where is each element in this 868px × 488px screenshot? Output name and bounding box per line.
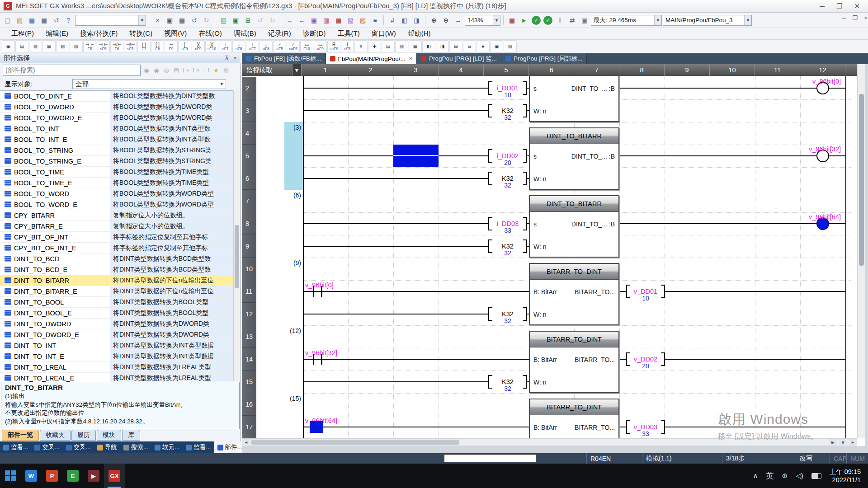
dock-tab-部件...[interactable]: 部件... xyxy=(214,441,245,453)
monitor-mode-cell[interactable]: 监视读取 xyxy=(242,64,292,76)
cross-reference-icon[interactable]: ≡ xyxy=(369,14,381,26)
close-button[interactable]: ✕ xyxy=(854,2,860,10)
statement-display-icon[interactable]: ▥ xyxy=(395,40,408,53)
statement-icon[interactable]: ≡ xyxy=(354,40,368,53)
taskbar-app-4[interactable]: ▶ xyxy=(83,464,104,488)
note-icon[interactable]: ✚ xyxy=(368,40,381,53)
menu-item-帮助[interactable]: 帮助(H) xyxy=(402,28,437,39)
redo-gray-icon[interactable]: ↻ xyxy=(267,14,278,26)
list-item[interactable]: DINT_TO_BCD_E将DINT类型数据转换为BCD类型数 xyxy=(0,264,233,275)
tray-chevron-icon[interactable]: ∧ xyxy=(753,472,758,480)
monitor-status-ok2-icon[interactable]: ✓ xyxy=(543,16,552,25)
horizontal-scrollbar[interactable]: ◄ ▶ ■ ► xyxy=(242,438,857,446)
context-combo[interactable]: MAIN/ProgPou/FbPou_3▼ xyxy=(663,15,752,26)
list-item[interactable]: BOOL_TO_WORD将BOOL类型数据转换为WORD类型 xyxy=(0,188,233,199)
list-item[interactable]: BOOL_TO_DWORD_E将BOOL类型数据转换为DWORD类 xyxy=(0,113,233,123)
fb-file-icon[interactable]: ▨ xyxy=(70,40,83,53)
simulation-start-icon[interactable]: ► xyxy=(519,14,530,26)
dock-tab-交叉...[interactable]: 交叉... xyxy=(31,441,62,453)
menu-item-调试[interactable]: 调试(B) xyxy=(228,28,262,39)
ime-indicator[interactable]: 英 xyxy=(766,471,774,481)
program-body-icon[interactable]: ▥ xyxy=(29,40,42,53)
display-format-icon[interactable]: ◧ xyxy=(422,40,435,53)
monitor-window-icon[interactable]: ▣ xyxy=(230,14,241,26)
note-display-icon[interactable]: ▦ xyxy=(409,40,422,53)
vertical-scrollbar[interactable] xyxy=(857,64,865,438)
undo-gray-icon[interactable]: ↺ xyxy=(255,14,266,26)
favorite-star-icon[interactable]: ★ xyxy=(212,66,221,75)
branch-icon[interactable]: ▭F10 xyxy=(300,40,313,53)
scroll-left-icon[interactable]: ◄ xyxy=(242,439,250,445)
network-icon[interactable]: ⊕ xyxy=(782,472,788,480)
comment-display-icon[interactable]: ▤ xyxy=(382,40,395,53)
fb-block-BITARR_TO_DINT[interactable]: BITARR_TO_DINTB: BitArrW: nBITARR_TO... xyxy=(529,331,619,393)
list-item[interactable]: DINT_TO_LREAL将DINT类型数据转换为LREAL类型 xyxy=(0,362,233,373)
list-item[interactable]: DINT_TO_BITARR将DINT类型数据的下位n位输出至位 xyxy=(0,275,233,286)
menu-item-记录[interactable]: 记录(R) xyxy=(262,28,297,39)
battery-icon[interactable] xyxy=(811,473,821,479)
row-header-11[interactable]: 11 xyxy=(242,280,256,303)
dock-tab-交叉...[interactable]: 交叉... xyxy=(63,441,94,453)
menu-item-转换[interactable]: 转换(C) xyxy=(123,28,158,39)
editor-tab[interactable]: FbPou(MAIN/ProgPou/...× xyxy=(326,53,417,64)
row-header-7[interactable]: 7 xyxy=(242,190,256,212)
device-memory-icon[interactable]: ▦ xyxy=(42,40,56,53)
contact-on-state[interactable] xyxy=(310,421,323,433)
window-split-icon[interactable]: ◧ xyxy=(399,14,410,26)
fb-block-BITARR_TO_DINT[interactable]: BITARR_TO_DINTB: BitArrW: nBITARR_TO... xyxy=(529,263,619,325)
display-target-combo[interactable]: 全部▼ xyxy=(72,79,226,89)
window-icon[interactable]: ❒ xyxy=(202,66,211,75)
editor-tab[interactable]: ProgPou [PRG] [LD] 监... xyxy=(417,53,501,64)
pin-icon[interactable]: ⊼ xyxy=(225,55,229,61)
selected-cell[interactable] xyxy=(393,145,439,167)
list-item[interactable]: BOOL_TO_TIME将BOOL类型数据转换为TIME类型 xyxy=(0,167,233,178)
device-test-icon[interactable]: ⊞ xyxy=(242,14,254,26)
list-item[interactable]: BOOL_TO_DINT_E将BOOL类型数据转换为DINT类型数 xyxy=(0,91,233,102)
zoom-fit-icon[interactable]: ↔ xyxy=(453,14,464,26)
contact[interactable] xyxy=(313,286,314,297)
panel-tab-履历[interactable]: 履历 xyxy=(71,430,96,441)
monitor-dropdown-icon[interactable]: ▾ xyxy=(292,64,302,76)
monitor-pause-icon[interactable]: ‖ xyxy=(554,14,566,26)
row-header-5[interactable]: 5 xyxy=(242,145,256,167)
cut-icon[interactable]: × xyxy=(152,14,163,26)
pulse-conversion-icon[interactable]: ∕caF5 xyxy=(287,40,300,53)
rule-line-icon[interactable]: RsaF9 xyxy=(327,40,340,53)
read-from-plc-icon[interactable]: ← xyxy=(296,14,307,26)
taskbar-app-3[interactable]: E xyxy=(62,464,83,488)
nav-stop-icon[interactable]: ■ xyxy=(839,439,847,445)
zoom-in-icon[interactable]: ⊕ xyxy=(428,14,439,26)
row-header-12[interactable]: 12 xyxy=(242,303,256,325)
parallel-closed-contact-icon[interactable]: ⊣/⊢sF6 xyxy=(124,40,137,53)
inline-st-icon[interactable]: IcF5 xyxy=(341,40,354,53)
window-cascade-icon[interactable]: ◨ xyxy=(411,14,422,26)
monitor-transfer-icon[interactable]: ⇄ xyxy=(566,14,578,26)
save-project-icon[interactable]: ▤ xyxy=(26,14,38,26)
list-item[interactable]: CPY_BIT_OF_INT将字标签的指定位复制至其他字标 xyxy=(0,232,233,243)
quick-find-combo[interactable]: ▼ xyxy=(75,15,146,26)
row-header-8[interactable]: 8 xyxy=(242,212,256,235)
taskbar-app-2[interactable]: P xyxy=(42,464,62,488)
closed-contact-icon[interactable]: ⊣/⊢F6 xyxy=(110,40,123,53)
merge-icon[interactable]: ▭aF9 xyxy=(314,40,327,53)
paste-icon[interactable]: ▤ xyxy=(176,14,188,26)
element-list-scrollbar[interactable] xyxy=(233,90,240,381)
ladder-editor[interactable]: 234567891011121314151617(3)(6)(9)(12)(15… xyxy=(242,76,857,438)
contact[interactable] xyxy=(321,354,322,365)
row-header-9[interactable]: 9 xyxy=(242,235,256,258)
read-mode-icon[interactable]: ▨ xyxy=(504,40,517,53)
list-item[interactable]: DINT_TO_INT将DINT类型数据转换为INT类型数据 xyxy=(0,340,233,351)
contact[interactable] xyxy=(313,354,314,365)
screen-capture-icon[interactable]: ▦ xyxy=(506,14,518,26)
row-header-6[interactable]: 6 xyxy=(242,167,256,190)
help-icon[interactable]: ? xyxy=(63,14,74,26)
list-item[interactable]: DINT_TO_DWORD将DINT类型数据转换为DWORD类 xyxy=(0,319,233,329)
menu-item-工具[interactable]: 工具(T) xyxy=(331,28,365,39)
insert-row-icon[interactable]: ⊞ xyxy=(449,40,462,53)
jump-icon[interactable]: ↲ xyxy=(387,14,398,26)
row-header-14[interactable]: 14 xyxy=(242,348,256,371)
menu-item-在线[interactable]: 在线(O) xyxy=(193,28,228,39)
editor-tab[interactable]: FbPou [FB] [函数/FB标... xyxy=(242,53,326,64)
row-header-4[interactable]: 4 xyxy=(242,122,256,145)
parallel-rising-pulse-icon[interactable]: ↑aF7 xyxy=(246,40,259,53)
